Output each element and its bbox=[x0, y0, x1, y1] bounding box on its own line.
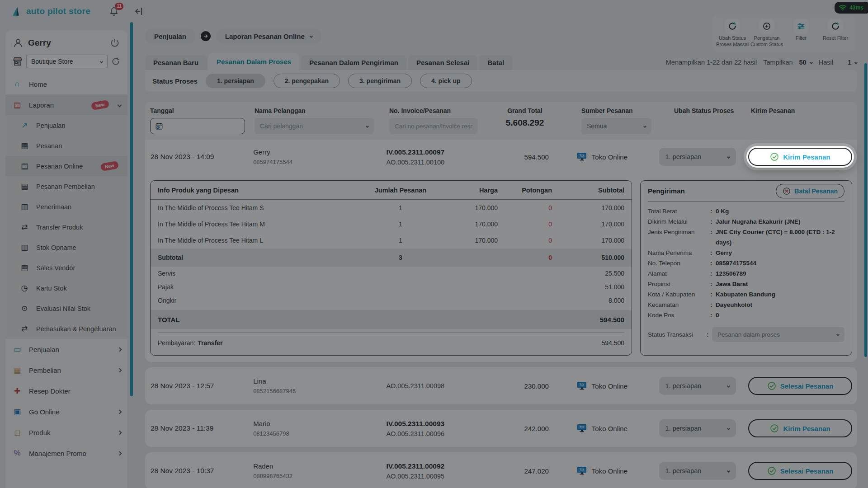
sidebar-item-manajemen-promo[interactable]: % Manajemen Promo bbox=[5, 443, 127, 464]
breadcrumb-penjualan[interactable]: Penjualan bbox=[145, 28, 195, 44]
customer-name: Gerry bbox=[253, 148, 386, 156]
selesai-pesanan-button[interactable]: Selesai Pesanan bbox=[748, 462, 852, 480]
breadcrumb: Penjualan Laporan Pesanan Online bbox=[145, 28, 857, 44]
calendar-icon bbox=[155, 122, 163, 130]
sidebar-item-evaluasi-nilai-stok[interactable]: ⊙ Evaluasi Nilai Stok bbox=[5, 298, 127, 319]
order-row-2[interactable]: 28 Nov 2023 - 12:57 Lina 0852156687945 A… bbox=[145, 367, 857, 404]
sidebar-item-penerimaan[interactable]: ▥ Penerimaan bbox=[5, 197, 127, 217]
chip-persiapan[interactable]: 1. persiapan bbox=[206, 74, 265, 88]
toko-online-icon bbox=[576, 152, 587, 162]
stock-history-icon: ◷ bbox=[19, 283, 30, 293]
sidebar-item-pesanan-pembelian[interactable]: ▤ Pesanan Pembelian bbox=[5, 176, 127, 197]
chip-pengiriman[interactable]: 3. pengiriman bbox=[348, 74, 412, 88]
tab-pesanan-dalam-pengiriman[interactable]: Pesanan Dalam Pengiriman bbox=[301, 55, 406, 70]
chevron-right-icon bbox=[118, 368, 122, 372]
change-status-label: Ubah Status Proses bbox=[674, 107, 746, 114]
tab-batal[interactable]: Batal bbox=[479, 55, 512, 70]
order-status-select[interactable]: 1. persiapan bbox=[659, 148, 736, 166]
kirim-pesanan-button[interactable]: Kirim Pesanan bbox=[748, 148, 852, 166]
sidebar-item-kartu-stok[interactable]: ◷ Kartu Stok bbox=[5, 278, 127, 298]
per-page-select[interactable]: 50 bbox=[799, 59, 812, 66]
order-status-select[interactable]: 1. persiapan bbox=[659, 419, 736, 437]
chevron-down-icon bbox=[118, 103, 122, 107]
stock-value-icon: ⊙ bbox=[19, 304, 30, 313]
selesai-pesanan-button[interactable]: Selesai Pesanan bbox=[748, 377, 852, 395]
chevron-right-icon bbox=[118, 409, 122, 414]
stock-shelf-icon: ▥ bbox=[19, 243, 30, 252]
store-selector[interactable]: Boutique Store bbox=[26, 55, 108, 68]
sidebar-item-pembelian[interactable]: ▦ Pembelian bbox=[5, 360, 127, 380]
ship-field: Kode Pos:0 bbox=[648, 310, 844, 320]
receiving-cart-icon: ▥ bbox=[19, 202, 30, 211]
purchase-order-icon: ▤ bbox=[19, 182, 30, 191]
chip-pengepakan[interactable]: 2. pengepakan bbox=[274, 74, 340, 88]
sidebar-item-pesanan-online[interactable]: ▤ Pesanan Online New bbox=[5, 156, 127, 176]
order-status-select[interactable]: 1. persiapan bbox=[659, 377, 736, 395]
page-select[interactable]: 1 bbox=[848, 59, 857, 66]
tab-pesanan-dalam-proses[interactable]: Pesanan Dalam Proses bbox=[208, 53, 299, 70]
sidebar-item-produk[interactable]: ◻ Produk bbox=[5, 422, 127, 443]
fee-row-pajak: Pajak 51.000 bbox=[151, 280, 632, 294]
status-transaksi-label: Status Transaksi bbox=[648, 331, 707, 338]
notification-count-badge: 11 bbox=[115, 3, 123, 10]
notification-bell-button[interactable]: 11 bbox=[108, 6, 119, 17]
tanggal-label: Tanggal bbox=[150, 107, 255, 114]
ship-field: Total Berat:0 Kg bbox=[648, 206, 844, 216]
source-select[interactable]: Semua bbox=[581, 118, 651, 134]
sidebar-item-pemasukan-pengeluaran[interactable]: ⇄ Pemasukan & Pengeluaran bbox=[5, 319, 127, 339]
date-filter-input[interactable] bbox=[150, 118, 245, 134]
sidebar-item-laporan[interactable]: ▤ Laporan New bbox=[5, 94, 127, 115]
sidebar-item-stok-opname[interactable]: ▥ Stok Opname bbox=[5, 237, 127, 258]
col-discount: Potongan bbox=[498, 187, 552, 194]
sidebar-item-go-online[interactable]: ▣ Go Online bbox=[5, 401, 127, 422]
order-number: AO.005.2311.00095 bbox=[386, 473, 489, 480]
chevron-right-icon bbox=[118, 451, 122, 455]
sidebar-item-transfer-produk[interactable]: ⇄ Transfer Produk bbox=[5, 217, 127, 237]
chevron-down-icon bbox=[100, 60, 103, 63]
order-total: 594.500 bbox=[489, 153, 552, 161]
online-order-icon: ▤ bbox=[19, 161, 30, 171]
toko-online-icon bbox=[576, 381, 587, 391]
page-label: Hasil bbox=[819, 59, 833, 66]
order-status-select[interactable]: 1. persiapan bbox=[659, 462, 736, 480]
main-scrollbar[interactable] bbox=[864, 63, 867, 357]
customer-select[interactable]: Cari pelanggan bbox=[255, 118, 374, 134]
order-source: Toko Online bbox=[592, 153, 627, 161]
status-proses-label: Status Proses bbox=[152, 77, 198, 85]
invoice-search-input[interactable] bbox=[389, 118, 478, 134]
sidebar-item-resep-dokter[interactable]: ✚ Resep Dokter bbox=[5, 380, 127, 401]
sidebar-item-pesanan[interactable]: ▦ Pesanan bbox=[5, 136, 127, 156]
order-row-1[interactable]: 28 Nov 2023 - 14:09 Gerry 085974175544 I… bbox=[145, 140, 857, 174]
status-transaksi-select[interactable]: Pesanan dalam proses bbox=[712, 327, 844, 342]
batal-pesanan-button[interactable]: Batal Pesanan bbox=[776, 184, 844, 198]
sidebar-item-penjualan-laporan[interactable]: ↗ Penjualan bbox=[5, 115, 127, 136]
tab-pesanan-selesai[interactable]: Pesanan Selesai bbox=[408, 55, 478, 70]
sidebar-item-sales-vendor[interactable]: ▤ Sales Vendor bbox=[5, 258, 127, 278]
sidebar-item-penjualan[interactable]: ▭ Penjualan bbox=[5, 339, 127, 360]
product-info-card: Info Produk yang Dipesan Jumlah Pesanan … bbox=[150, 180, 632, 356]
order-row-4[interactable]: 28 Nov 2023 - 10:37 Raden 088998765432 I… bbox=[145, 452, 857, 488]
product-row: In The Middle of Process Tee Hitam L 1 1… bbox=[151, 232, 632, 249]
check-circle-icon bbox=[767, 381, 776, 390]
sidebar-item-home[interactable]: ⌂ Home bbox=[5, 74, 127, 94]
kirim-pesanan-button[interactable]: Kirim Pesanan bbox=[748, 419, 852, 437]
tab-pesanan-baru[interactable]: Pesanan Baru bbox=[145, 55, 207, 70]
customer-label: Nama Pelanggan bbox=[255, 107, 389, 114]
sidebar-menu: ⌂ Home ▤ Laporan New ↗ Penjualan ▦ Pesan… bbox=[5, 74, 127, 464]
customer-name: Mario bbox=[253, 420, 386, 427]
payment-row: Pembayaran: Transfer 594.500 bbox=[158, 333, 624, 352]
power-icon[interactable] bbox=[109, 38, 120, 48]
ship-field: Propinsi:Jawa Barat bbox=[648, 279, 844, 289]
logout-button[interactable] bbox=[132, 6, 143, 17]
customer-phone: 0852156687945 bbox=[253, 388, 386, 394]
refresh-store-icon[interactable] bbox=[111, 57, 120, 66]
order-calendar-icon: ▦ bbox=[19, 141, 30, 150]
breadcrumb-laporan-pesanan-online[interactable]: Laporan Pesanan Online bbox=[216, 28, 321, 44]
home-icon: ⌂ bbox=[12, 80, 23, 89]
sidebar-scrollbar[interactable] bbox=[130, 22, 133, 396]
ship-field: Kecamatan:Dayeuhkolot bbox=[648, 300, 844, 310]
order-row-3[interactable]: 28 Nov 2023 - 11:39 Mario 08123456798 IV… bbox=[145, 410, 857, 447]
col-subtotal: Subtotal bbox=[552, 187, 624, 194]
chip-pick-up[interactable]: 4. pick up bbox=[420, 74, 472, 88]
fee-row-servis: Servis 25.500 bbox=[151, 267, 632, 280]
